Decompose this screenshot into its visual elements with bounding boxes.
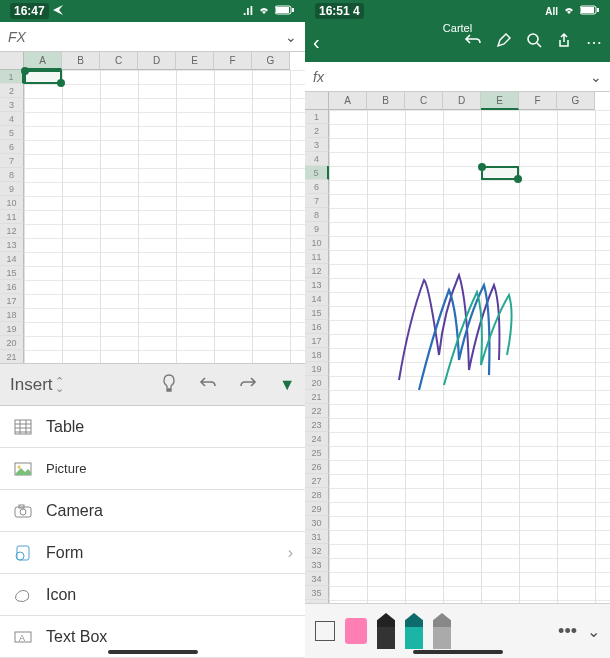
column-header[interactable]: D [138, 52, 176, 70]
cell-selection[interactable] [481, 166, 519, 180]
spreadsheet[interactable]: A B C D E F G 12345678910111213141516171… [0, 52, 305, 363]
pen-gray[interactable] [433, 613, 451, 649]
row-header[interactable]: 8 [305, 208, 329, 222]
row-header[interactable]: 14 [305, 292, 329, 306]
row-header[interactable]: 5 [0, 126, 24, 140]
menu-form[interactable]: Form › [0, 532, 305, 574]
row-header[interactable]: 20 [0, 336, 24, 350]
menu-table[interactable]: Table [0, 406, 305, 448]
row-header[interactable]: 12 [0, 224, 24, 238]
selection-handle[interactable] [21, 67, 29, 75]
row-header[interactable]: 7 [0, 154, 24, 168]
chevron-down-icon[interactable]: ⌄ [285, 29, 297, 45]
column-header[interactable]: B [367, 92, 405, 110]
column-header[interactable]: F [519, 92, 557, 110]
row-header[interactable]: 19 [0, 322, 24, 336]
row-header[interactable]: 6 [0, 140, 24, 154]
eraser-tool[interactable] [345, 618, 367, 644]
back-button[interactable]: ‹ [313, 31, 320, 54]
cell-selection[interactable] [24, 70, 62, 84]
updown-icon[interactable]: ⌃⌄ [55, 378, 64, 392]
row-header[interactable]: 10 [305, 236, 329, 250]
chevron-down-icon[interactable]: ⌄ [590, 69, 602, 85]
row-header[interactable]: 2 [305, 124, 329, 138]
column-header[interactable]: F [214, 52, 252, 70]
column-header[interactable]: G [557, 92, 595, 110]
row-header[interactable]: 3 [0, 98, 24, 112]
row-header[interactable]: 14 [0, 252, 24, 266]
row-header[interactable]: 22 [305, 404, 329, 418]
formula-bar[interactable]: fx ⌄ [305, 62, 610, 92]
spreadsheet[interactable]: A B C D E F G 12345678910111213141516171… [305, 92, 610, 603]
row-header[interactable]: 17 [305, 334, 329, 348]
row-header[interactable]: 25 [305, 446, 329, 460]
row-header[interactable]: 4 [305, 152, 329, 166]
row-header[interactable]: 29 [305, 502, 329, 516]
more-tools-icon[interactable]: ••• [558, 621, 577, 642]
row-header[interactable]: 16 [0, 280, 24, 294]
column-header[interactable]: A [24, 52, 62, 70]
row-header[interactable]: 19 [305, 362, 329, 376]
row-header[interactable]: 31 [305, 530, 329, 544]
column-header[interactable]: C [100, 52, 138, 70]
row-header[interactable]: 3 [305, 138, 329, 152]
menu-picture[interactable]: Picture [0, 448, 305, 490]
row-header[interactable]: 4 [0, 112, 24, 126]
column-header[interactable]: C [405, 92, 443, 110]
column-header[interactable]: A [329, 92, 367, 110]
row-header[interactable]: 16 [305, 320, 329, 334]
selection-handle[interactable] [57, 79, 65, 87]
share-icon[interactable] [556, 32, 572, 52]
undo-icon[interactable] [464, 32, 482, 52]
draw-icon[interactable] [496, 32, 512, 52]
row-header[interactable]: 17 [0, 294, 24, 308]
undo-icon[interactable] [199, 375, 217, 395]
pen-black[interactable] [377, 613, 395, 649]
row-header[interactable]: 9 [0, 182, 24, 196]
row-header[interactable]: 6 [305, 180, 329, 194]
collapse-icon[interactable]: ▼ [279, 376, 295, 394]
column-header[interactable]: E [481, 92, 519, 110]
column-header[interactable]: D [443, 92, 481, 110]
collapse-icon[interactable]: ⌄ [587, 622, 600, 641]
row-header[interactable]: 21 [0, 350, 24, 363]
formula-bar[interactable]: FX ⌄ [0, 22, 305, 52]
row-header[interactable]: 30 [305, 516, 329, 530]
row-header[interactable]: 23 [305, 418, 329, 432]
row-header[interactable]: 13 [305, 278, 329, 292]
menu-camera[interactable]: Camera [0, 490, 305, 532]
selection-handle[interactable] [478, 163, 486, 171]
search-icon[interactable] [526, 32, 542, 52]
row-header[interactable]: 35 [305, 586, 329, 600]
insert-title[interactable]: Insert [10, 375, 53, 395]
select-all-corner[interactable] [305, 92, 329, 110]
home-indicator[interactable] [108, 650, 198, 654]
redo-icon[interactable] [239, 375, 257, 395]
row-header[interactable]: 27 [305, 474, 329, 488]
row-header[interactable]: 34 [305, 572, 329, 586]
column-header[interactable]: E [176, 52, 214, 70]
row-header[interactable]: 10 [0, 196, 24, 210]
row-header[interactable]: 32 [305, 544, 329, 558]
row-header[interactable]: 2 [0, 84, 24, 98]
row-header[interactable]: 8 [0, 168, 24, 182]
menu-icon[interactable]: Icon [0, 574, 305, 616]
row-header[interactable]: 11 [305, 250, 329, 264]
selection-handle[interactable] [514, 175, 522, 183]
row-header[interactable]: 9 [305, 222, 329, 236]
column-header[interactable]: B [62, 52, 100, 70]
row-header[interactable]: 12 [305, 264, 329, 278]
row-header[interactable]: 26 [305, 460, 329, 474]
row-header[interactable]: 33 [305, 558, 329, 572]
row-header[interactable]: 1 [305, 110, 329, 124]
crop-tool[interactable] [315, 621, 335, 641]
row-header[interactable]: 11 [0, 210, 24, 224]
row-header[interactable]: 7 [305, 194, 329, 208]
row-header[interactable]: 28 [305, 488, 329, 502]
column-header[interactable]: G [252, 52, 290, 70]
select-all-corner[interactable] [0, 52, 24, 70]
lightbulb-icon[interactable] [161, 374, 177, 396]
row-header[interactable]: 5 [305, 166, 329, 180]
row-header[interactable]: 13 [0, 238, 24, 252]
row-header[interactable]: 18 [305, 348, 329, 362]
